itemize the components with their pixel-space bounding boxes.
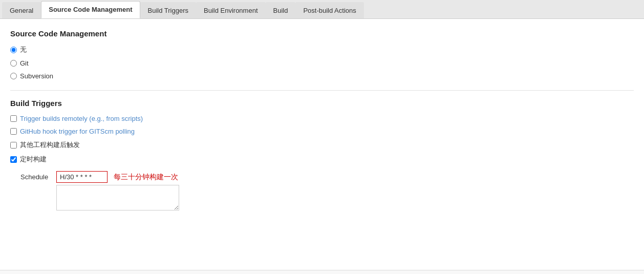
schedule-input[interactable]: [56, 171, 108, 183]
schedule-input-row: 每三十分钟构建一次: [56, 171, 179, 183]
main-content: Source Code Management 无 Git Subversion …: [0, 19, 644, 270]
radio-svn-item[interactable]: Subversion: [10, 72, 634, 80]
cb-remote-input[interactable]: [10, 115, 17, 122]
radio-git-input[interactable]: [10, 60, 17, 67]
tab-source-code-management[interactable]: Source Code Management: [41, 1, 140, 18]
radio-svn-input[interactable]: [10, 73, 17, 79]
schedule-label: Schedule: [20, 171, 51, 181]
cb-remote-item[interactable]: Trigger builds remotely (e.g., from scri…: [10, 115, 634, 122]
cb-other-input[interactable]: [10, 142, 17, 149]
cb-other-item[interactable]: 其他工程构建后触发: [10, 140, 634, 150]
radio-none-label: 无: [20, 45, 27, 54]
tab-build-environment[interactable]: Build Environment: [196, 2, 266, 18]
cb-timer-input[interactable]: [10, 156, 17, 163]
tab-build[interactable]: Build: [266, 2, 296, 18]
footer-bar: 上次运行的时间 2019年3月25日 星期一 下午02时31分59秒 CST; …: [0, 270, 644, 274]
radio-none-input[interactable]: [10, 47, 17, 53]
cb-remote-label[interactable]: Trigger builds remotely (e.g., from scri…: [20, 115, 143, 122]
build-triggers-title: Build Triggers: [10, 99, 634, 108]
radio-svn-label: Subversion: [20, 72, 53, 80]
radio-none-item[interactable]: 无: [10, 45, 634, 54]
schedule-comment: 每三十分钟构建一次: [114, 173, 178, 182]
source-code-title: Source Code Management: [10, 29, 634, 38]
tab-post-build-actions[interactable]: Post-build Actions: [295, 2, 363, 18]
radio-git-item[interactable]: Git: [10, 59, 634, 67]
schedule-textarea[interactable]: [56, 185, 179, 210]
divider-1: [10, 90, 634, 91]
cb-timer-item[interactable]: 定时构建: [10, 155, 634, 164]
radio-git-label: Git: [20, 59, 29, 67]
tab-general[interactable]: General: [2, 2, 41, 18]
section-source-code-management: Source Code Management 无 Git Subversion: [10, 29, 634, 80]
cb-timer-label[interactable]: 定时构建: [20, 155, 47, 164]
cb-github-label[interactable]: GitHub hook trigger for GITScm polling: [20, 128, 135, 135]
cb-other-label[interactable]: 其他工程构建后触发: [20, 140, 80, 150]
cb-github-item[interactable]: GitHub hook trigger for GITScm polling: [10, 128, 634, 135]
tab-bar: General Source Code Management Build Tri…: [0, 0, 644, 19]
cb-github-input[interactable]: [10, 128, 17, 135]
section-build-triggers: Build Triggers Trigger builds remotely (…: [10, 99, 634, 210]
schedule-row: Schedule 每三十分钟构建一次: [20, 171, 634, 210]
tab-build-triggers[interactable]: Build Triggers: [140, 2, 196, 18]
triggers-checkbox-group: Trigger builds remotely (e.g., from scri…: [10, 115, 634, 164]
scm-radio-group: 无 Git Subversion: [10, 45, 634, 80]
schedule-right: 每三十分钟构建一次: [56, 171, 179, 210]
